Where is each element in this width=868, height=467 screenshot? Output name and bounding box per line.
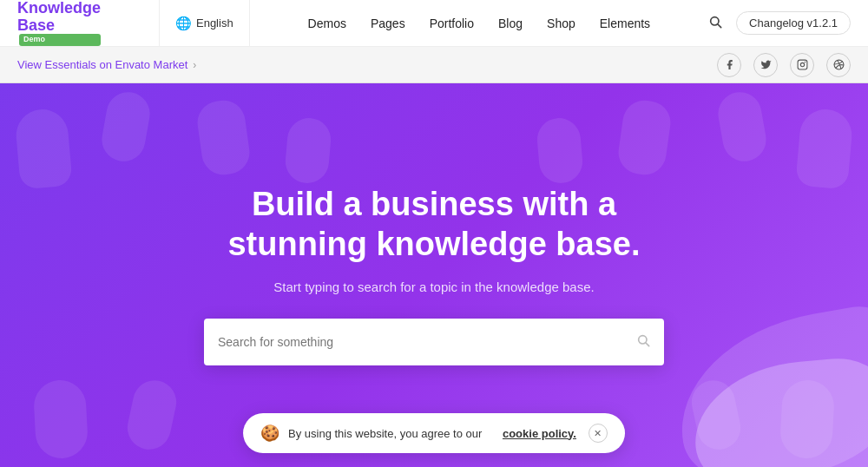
search-input[interactable] xyxy=(218,335,636,349)
search-icon xyxy=(708,15,722,29)
dribbble-icon[interactable] xyxy=(826,53,851,77)
hero-section: Build a business with astunning knowledg… xyxy=(0,83,868,467)
notice-bar: View Essentials on Envato Market › xyxy=(0,47,868,83)
nav-item-elements[interactable]: Elements xyxy=(600,16,650,31)
svg-line-7 xyxy=(646,343,649,346)
language-label: English xyxy=(196,16,233,30)
search-icon-button[interactable] xyxy=(708,15,722,32)
search-icon xyxy=(636,333,650,347)
hero-title: Build a business with astunning knowledg… xyxy=(204,185,664,264)
logo-line2: BaseDemo xyxy=(17,17,101,47)
top-bar: Knowledge BaseDemo 🌐 English Demos Pages… xyxy=(0,0,868,47)
twitter-icon[interactable] xyxy=(753,53,778,77)
social-icons xyxy=(717,53,851,77)
language-selector[interactable]: 🌐 English xyxy=(159,0,250,47)
demo-badge: Demo xyxy=(19,34,101,46)
nav-item-blog[interactable]: Blog xyxy=(498,16,523,31)
facebook-icon[interactable] xyxy=(717,53,741,77)
hero-content: Build a business with astunning knowledg… xyxy=(169,185,699,365)
nav-item-portfolio[interactable]: Portfolio xyxy=(430,16,474,31)
instagram-icon[interactable] xyxy=(790,53,814,77)
search-bar xyxy=(204,319,664,365)
notice-text: View Essentials on Envato Market xyxy=(17,58,187,71)
svg-rect-2 xyxy=(798,60,807,69)
svg-line-1 xyxy=(718,24,721,28)
changelog-button[interactable]: Changelog v1.2.1 xyxy=(736,11,851,35)
logo-area: Knowledge BaseDemo xyxy=(17,0,101,46)
nav-item-pages[interactable]: Pages xyxy=(371,16,405,31)
cookie-text: By using this website, you agree to our xyxy=(288,427,482,440)
nav-menu: Demos Pages Portfolio Blog Shop Elements xyxy=(308,16,651,31)
chevron-right-icon: › xyxy=(193,59,196,71)
hero-subtitle: Start typing to search for a topic in th… xyxy=(204,280,664,294)
cookie-close-button[interactable]: ✕ xyxy=(589,424,608,443)
envato-link[interactable]: View Essentials on Envato Market › xyxy=(17,58,196,71)
cookie-policy-link[interactable]: cookie policy. xyxy=(503,427,576,440)
logo[interactable]: Knowledge BaseDemo xyxy=(17,0,101,46)
nav-right: Changelog v1.2.1 xyxy=(708,11,851,35)
logo-line1: Knowledge xyxy=(17,0,101,17)
globe-icon: 🌐 xyxy=(175,16,192,31)
svg-point-4 xyxy=(805,62,806,62)
search-submit-button[interactable] xyxy=(636,333,650,351)
svg-point-3 xyxy=(800,62,804,66)
nav-item-shop[interactable]: Shop xyxy=(547,16,575,31)
nav-item-demos[interactable]: Demos xyxy=(308,16,346,31)
cookie-bar: 🍪 By using this website, you agree to ou… xyxy=(243,413,625,453)
cookie-icon: 🍪 xyxy=(260,424,279,443)
